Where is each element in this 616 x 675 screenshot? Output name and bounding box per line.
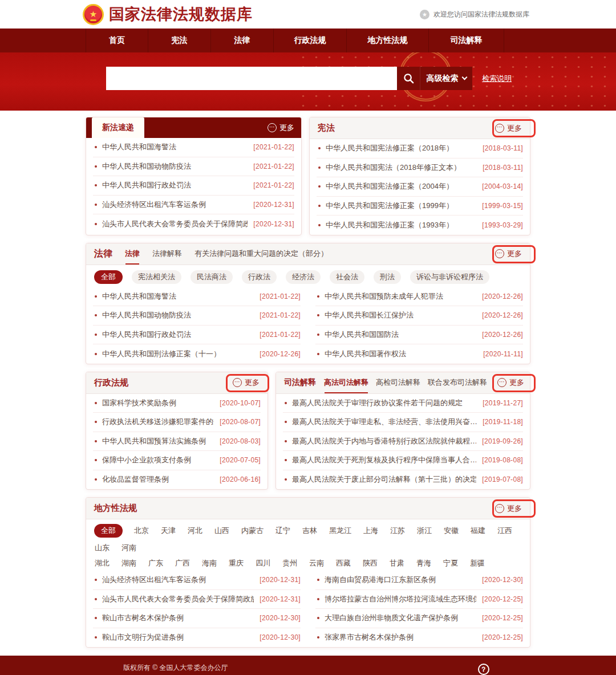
site-brand[interactable]: ★ 国家法律法规数据库 xyxy=(83,4,253,25)
list-item[interactable]: 中华人民共和国宪法修正案（1993年） [1993-03-29] xyxy=(317,215,523,235)
filter-pill-7[interactable]: 吉林 xyxy=(302,524,318,537)
list-item[interactable]: 中华人民共和国国防法 [2020-12-26] xyxy=(315,326,523,345)
list-item[interactable]: 中华人民共和国宪法（2018年修正文本） [2018-03-11] xyxy=(317,158,523,178)
filter-pill-0[interactable]: 全部 xyxy=(94,270,123,284)
filter-pill-7[interactable]: 贵州 xyxy=(282,557,298,570)
list-item[interactable]: 中华人民共和国宪法修正案（1999年） [1999-03-15] xyxy=(317,197,523,216)
filter-pill-5[interactable]: 社会法 xyxy=(330,270,364,284)
filter-pill-13[interactable]: 福建 xyxy=(470,524,486,537)
advanced-search-button[interactable]: 高级检索 xyxy=(420,67,472,90)
tab-2[interactable]: 联合发布司法解释 xyxy=(428,377,487,388)
filter-pill-9[interactable]: 上海 xyxy=(363,524,379,537)
tab-1[interactable]: 高检司法解释 xyxy=(376,377,420,388)
filter-pill-3[interactable]: 行政法 xyxy=(242,270,277,284)
filter-pill-3[interactable]: 广西 xyxy=(175,557,191,570)
list-item[interactable]: 中华人民共和国宪法修正案（2018年） [2018-03-11] xyxy=(317,139,523,158)
list-item[interactable]: 中华人民共和国动物防疫法 [2021-01-22] xyxy=(93,157,294,177)
filter-pill-5[interactable]: 内蒙古 xyxy=(241,524,264,537)
list-item[interactable]: 中华人民共和国预防未成年人犯罪法 [2020-12-26] xyxy=(315,287,523,307)
list-item[interactable]: 中华人民共和国长江保护法 [2020-12-26] xyxy=(315,306,523,326)
list-item[interactable]: 中华人民共和国预算法实施条例 [2020-08-03] xyxy=(93,432,261,452)
filter-pill-1[interactable]: 宪法相关法 xyxy=(132,270,181,284)
list-item[interactable]: 中华人民共和国海警法 [2021-01-22] xyxy=(93,138,294,157)
constitution-more-button[interactable]: ⋯ 更多 xyxy=(495,123,522,133)
list-item[interactable]: 中华人民共和国著作权法 [2020-11-11] xyxy=(315,344,523,364)
filter-pill-10[interactable]: 陕西 xyxy=(362,557,378,570)
list-item[interactable]: 鞍山市文明行为促进条例 [2020-12-30] xyxy=(93,628,301,648)
admin-regs-more-button[interactable]: ⋯ 更多 xyxy=(233,377,260,388)
list-item[interactable]: 汕头市人民代表大会常务委员会关于保障简政放权促进… [2020-12-31] xyxy=(93,214,294,234)
list-item[interactable]: 最高人民法院关于死刑复核及执行程序中保障当事人合… [2019-08-08] xyxy=(283,451,523,470)
list-item[interactable]: 博尔塔拉蒙古自治州博尔塔拉河流域生态环境保护条例 [2020-12-25] xyxy=(315,590,523,609)
new-laws-more-button[interactable]: ⋯ 更多 xyxy=(268,117,294,138)
list-item[interactable]: 最高人民法院关于审理走私、非法经营、非法使用兴奋… [2019-11-18] xyxy=(283,413,523,432)
list-item[interactable]: 中华人民共和国海警法 [2021-01-22] xyxy=(93,287,301,307)
filter-pill-3[interactable]: 河北 xyxy=(187,524,203,537)
law-more-button[interactable]: ⋯ 更多 xyxy=(495,249,522,259)
nav-item-1[interactable]: 宪法 xyxy=(148,29,211,52)
filter-pill-14[interactable]: 江西 xyxy=(497,524,513,537)
filter-pill-11[interactable]: 甘肃 xyxy=(389,557,405,570)
filter-pill-4[interactable]: 经济法 xyxy=(286,270,321,284)
judicial-more-button[interactable]: ⋯ 更多 xyxy=(495,377,524,388)
list-item[interactable]: 中华人民共和国行政处罚法 [2021-01-22] xyxy=(93,326,301,345)
nav-item-0[interactable]: 首页 xyxy=(86,29,148,52)
list-item[interactable]: 中华人民共和国动物防疫法 [2021-01-22] xyxy=(93,306,301,326)
filter-pill-10[interactable]: 江苏 xyxy=(390,524,406,537)
tab-2[interactable]: 有关法律问题和重大问题的决定（部分） xyxy=(194,249,328,259)
tab-0[interactable]: 法律 xyxy=(125,249,140,259)
filter-pill-12[interactable]: 安徽 xyxy=(443,524,459,537)
filter-pill-14[interactable]: 新疆 xyxy=(469,557,485,570)
list-item[interactable]: 汕头经济特区出租汽车客运条例 [2020-12-31] xyxy=(93,196,294,215)
filter-pill-12[interactable]: 青海 xyxy=(416,557,432,570)
local-regs-more-button[interactable]: ⋯ 更多 xyxy=(495,503,522,514)
tab-0[interactable]: 高法司法解释 xyxy=(324,377,368,388)
help-button[interactable]: ？ 说明 xyxy=(478,664,489,675)
filter-pill-6[interactable]: 刑法 xyxy=(374,270,401,284)
list-item[interactable]: 汕头经济特区出租汽车客运条例 [2020-12-31] xyxy=(93,571,301,590)
list-item[interactable]: 最高人民法院关于审理行政协议案件若干问题的规定 [2019-11-27] xyxy=(283,394,523,413)
tab-new-laws[interactable]: 新法速递 xyxy=(92,117,144,138)
list-item[interactable]: 最高人民法院关于废止部分司法解释（第十三批）的决定 [2019-07-08] xyxy=(283,470,523,490)
filter-pill-6[interactable]: 辽宁 xyxy=(275,524,291,537)
list-item[interactable]: 行政执法机关移送涉嫌犯罪案件的规定 [2020-08-07] xyxy=(93,413,261,432)
nav-item-3[interactable]: 行政法规 xyxy=(274,29,347,52)
filter-pill-2[interactable]: 民法商法 xyxy=(191,270,233,284)
list-item[interactable]: 鞍山市古树名木保护条例 [2020-12-30] xyxy=(93,609,301,628)
list-item[interactable]: 化妆品监督管理条例 [2020-06-16] xyxy=(93,470,261,490)
filter-pill-4[interactable]: 山西 xyxy=(214,524,230,537)
list-item[interactable]: 中华人民共和国刑法修正案（十一） [2020-12-26] xyxy=(93,344,301,364)
nav-item-4[interactable]: 地方性法规 xyxy=(347,29,429,52)
filter-pill-9[interactable]: 西藏 xyxy=(335,557,351,570)
list-item[interactable]: 汕头市人民代表大会常务委员会关于保障简政放权促进… [2020-12-31] xyxy=(93,590,301,609)
list-item[interactable]: 国家科学技术奖励条例 [2020-10-07] xyxy=(93,394,261,413)
list-item[interactable]: 中华人民共和国行政处罚法 [2021-01-22] xyxy=(93,176,294,196)
filter-pill-6[interactable]: 四川 xyxy=(255,557,271,570)
search-input[interactable] xyxy=(106,67,397,90)
tab-1[interactable]: 法律解释 xyxy=(152,249,182,259)
filter-pill-8[interactable]: 云南 xyxy=(309,557,325,570)
filter-pill-13[interactable]: 宁夏 xyxy=(443,557,459,570)
list-item[interactable]: 中华人民共和国宪法修正案（2004年） [2004-03-14] xyxy=(317,177,523,197)
filter-pill-1[interactable]: 北京 xyxy=(133,524,149,537)
filter-pill-2[interactable]: 天津 xyxy=(160,524,176,537)
nav-item-2[interactable]: 法律 xyxy=(211,29,274,52)
nav-item-5[interactable]: 司法解释 xyxy=(429,29,504,52)
search-help-link[interactable]: 检索说明 xyxy=(482,74,512,84)
search-button[interactable] xyxy=(397,67,420,90)
filter-pill-15[interactable]: 山东 xyxy=(94,542,110,554)
list-item[interactable]: 海南自由贸易港海口江东新区条例 [2020-12-30] xyxy=(315,571,523,590)
filter-pill-0[interactable]: 湖北 xyxy=(94,557,110,570)
filter-pill-16[interactable]: 河南 xyxy=(121,542,137,554)
list-item[interactable]: 保障中小企业款项支付条例 [2020-07-05] xyxy=(93,451,261,470)
filter-pill-0[interactable]: 全部 xyxy=(94,524,123,538)
filter-pill-4[interactable]: 海南 xyxy=(201,557,217,570)
filter-pill-8[interactable]: 黑龙江 xyxy=(329,524,352,537)
list-item[interactable]: 最高人民法院关于内地与香港特别行政区法院就仲裁程… [2019-09-26] xyxy=(283,432,523,452)
list-item[interactable]: 张家界市古树名木保护条例 [2020-12-25] xyxy=(315,628,523,648)
filter-pill-5[interactable]: 重庆 xyxy=(228,557,244,570)
list-item[interactable]: 大理白族自治州非物质文化遗产保护条例 [2020-12-25] xyxy=(315,609,523,628)
filter-pill-11[interactable]: 浙江 xyxy=(416,524,432,537)
filter-pill-1[interactable]: 湖南 xyxy=(121,557,137,570)
filter-pill-7[interactable]: 诉讼与非诉讼程序法 xyxy=(410,270,489,284)
